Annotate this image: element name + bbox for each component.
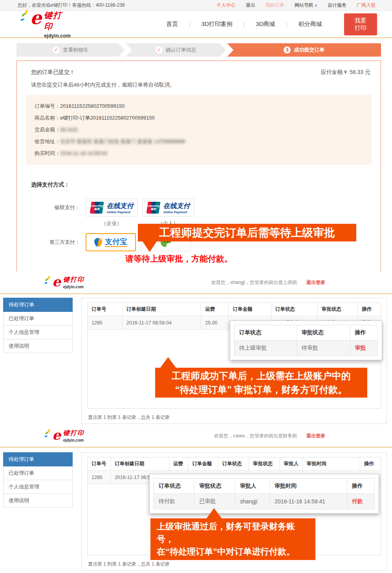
order-no-value: 20161115225802700599150: [60, 100, 125, 112]
topbar-link-site-nav[interactable]: 网站导航∨: [295, 2, 317, 9]
annotation-banner-2: 工程师成功下单后，上级需在上级账户中的 “待处理订单” 审批订单，财务方可付款。: [155, 368, 367, 398]
approve-link[interactable]: 审批: [355, 345, 366, 351]
section-finance-backend: e 键打印 ejdyin.com 欢迎您，caiwu，您登录的岗位是财务岗 退出…: [0, 425, 392, 573]
alipay-label: 支付宝: [105, 238, 127, 247]
topbar-link-design-service[interactable]: 设计服务: [328, 2, 346, 9]
logo[interactable]: e 键打印 ejdyin.com: [45, 429, 84, 442]
product-name-row: 商品名称：e键打印-订单20161115225802700599150: [35, 112, 363, 124]
topbar: 您好，欢迎光临e键打印！客服热线：400-1188-239 个人中心 退出 我的…: [0, 0, 392, 11]
nav-points-mall[interactable]: 积分商城: [288, 20, 333, 28]
annotation-arrow-up-icon: [206, 508, 222, 519]
magnified-table: 订单状态审批状态 审批人审批时间 操作 待付款已审批 shangji2016-1…: [154, 478, 375, 509]
nav-home[interactable]: 首页: [155, 20, 189, 28]
logo-e-icon: e: [30, 10, 42, 26]
unionpay-corporate-caption: （企业）: [101, 220, 122, 227]
table-row: 待付款已审批 shangji2016-11-16 14:59:41 付款: [154, 494, 375, 509]
shipping-address-row: 收货地址：北京市 某某区 某某门街道 某某门 某某某 13758888888: [35, 136, 363, 147]
logout-link[interactable]: 退出登录: [306, 433, 325, 439]
topbar-link-personal-center[interactable]: 个人中心: [217, 2, 236, 9]
logout-link[interactable]: 退出登录: [306, 279, 325, 286]
topbar-link-my-orders[interactable]: 我的订单: [266, 2, 284, 9]
trade-amount-row: 交易金额：58.33元: [35, 124, 363, 136]
sidebar-item-pending-orders[interactable]: 待处理订单: [3, 298, 73, 312]
annotation-arrow-up-icon: [160, 357, 176, 368]
amount-due: 应付金额￥ 58.33 元: [321, 69, 370, 76]
brand-domain: ejdyin.com: [63, 285, 84, 289]
sidebar-item-profile[interactable]: 个人信息管理: [3, 480, 73, 494]
nav-3d-print-cases[interactable]: 3D打印案例: [191, 20, 244, 28]
logo-e-icon: e: [52, 429, 61, 441]
sidebar-item-help[interactable]: 使用说明: [3, 339, 73, 353]
step-confirm-order: ✓ 确认订单信息: [126, 43, 226, 57]
table-header-row: 订单状态审批状态 审批人审批时间 操作: [154, 479, 375, 494]
table-header-row: 订单号订单创建日期 运费订单金额 订单状态审批状态 审批人审批时间 操作: [88, 457, 381, 471]
unionpay-personal-button[interactable]: UnionPay银联 在线支付 Online Payment: [142, 199, 194, 217]
logo-e-icon: e: [52, 276, 61, 287]
main-nav: 首页 | 3D打印案例 | 3D商城 | 积分商城: [155, 20, 333, 28]
sidebar-item-pending-orders[interactable]: 待处理订单: [3, 452, 73, 466]
third-party-label: 第三方支付：: [17, 233, 86, 251]
purchase-time-value-blurred: 2016-11-16 14:59:04: [60, 147, 107, 159]
order-result-box: 您的订单已提交！ 应付金额￥ 58.33 元 请您在提交订单后48小时内完成支付…: [16, 61, 381, 271]
checkout-stepper: ✓ 查看购物车 ✓ 确认订单信息 3 成功提交订单: [16, 43, 381, 57]
payment-deadline-note: 请您在提交订单后48小时内完成支付，逾期订单将自动取消。: [17, 76, 381, 88]
topbar-link-logout[interactable]: 退出: [246, 2, 255, 9]
table-header-row: 订单号订单创建日期 运费订单金额 订单状态审批状态 操作: [88, 303, 381, 316]
order-info-box: 订单编号：20161115225802700599150 商品名称：e键打印-订…: [26, 95, 372, 165]
brand-domain: ejdyin.com: [63, 438, 84, 442]
order-submitted-message: 您的订单已提交！: [31, 69, 75, 76]
brand-name: 键打印: [63, 276, 84, 284]
pagination-text: 显示第 1 到第 1 条记录，总共 1 条记录: [87, 561, 381, 567]
topbar-link-vendor-join[interactable]: 厂商入驻: [357, 2, 376, 9]
logo[interactable]: e 键打印 ejdyin.com: [22, 10, 71, 39]
magnified-callout: 订单状态审批状态 审批人审批时间 操作 待付款已审批 shangji2016-1…: [149, 474, 379, 514]
page: 您好，欢迎光临e键打印！客服热线：400-1188-239 个人中心 退出 我的…: [0, 0, 392, 573]
magnified-callout: 订单状态审批状态操作 待上级审批待审批 审批: [230, 321, 382, 360]
unionpay-logo-icon: UnionPay银联: [147, 202, 161, 214]
alipay-logo-icon: [94, 238, 102, 247]
pay-link[interactable]: 付款: [352, 498, 363, 504]
payment-method-title: 选择支付方式：: [31, 181, 381, 188]
nav-3d-mall[interactable]: 3D商城: [245, 20, 286, 28]
backend-header: e 键打印 ejdyin.com 欢迎您，shangji，您登录的岗位是上级岗 …: [0, 271, 392, 294]
backend-header: e 键打印 ejdyin.com 欢迎您，caiwu，您登录的岗位是财务岗 退出…: [0, 425, 392, 448]
brand-name: 键打印: [44, 10, 71, 32]
trade-amount-value-blurred: 58.33元: [60, 124, 78, 136]
logo[interactable]: e 键打印 ejdyin.com: [45, 276, 84, 289]
unionpay-label: 银联支付：: [17, 199, 86, 217]
print-now-button[interactable]: 我要打印: [344, 13, 377, 35]
sidebar: 待处理订单 已处理订单 个人信息管理 使用说明: [3, 298, 73, 353]
product-name-value: e键打印-订单20161115225802700599150: [60, 112, 155, 124]
sidebar-item-processed-orders[interactable]: 已处理订单: [3, 312, 73, 326]
section-supervisor-backend: e 键打印 ejdyin.com 欢迎您，shangji，您登录的岗位是上级岗 …: [0, 271, 392, 425]
annotation-arrow-down-icon: [143, 241, 157, 252]
annotation-note-red: 请等待上级审批，方能付款。: [125, 253, 233, 264]
orders-panel: 订单号订单创建日期 运费订单金额 订单状态审批状态 操作 12652016-11…: [81, 298, 387, 424]
logo-spark-icon: [22, 10, 28, 26]
brand-domain: ejdyin.com: [44, 33, 71, 39]
shipping-address-value-blurred: 北京市 某某区 某某门街道 某某门 某某某 13758888888: [60, 136, 185, 147]
purchase-time-row: 购买时间：2016-11-16 14:59:04: [35, 147, 363, 159]
welcome-text: 欢迎您，caiwu，您登录的岗位是财务岗: [214, 433, 297, 439]
unionpay-corporate-button[interactable]: UnionPay银联 在线支付 Online Payment: [86, 199, 137, 217]
sidebar-item-profile[interactable]: 个人信息管理: [3, 326, 73, 339]
step-order-submitted: 3 成功提交订单: [227, 43, 381, 57]
annotation-banner-1: 工程师提交完订单后需等待上级审批: [138, 224, 356, 241]
brand-name: 键打印: [63, 429, 84, 437]
pagination-text: 显示第 1 到第 1 条记录，总共 1 条记录: [87, 414, 381, 421]
section-order-submitted: 您好，欢迎光临e键打印！客服热线：400-1188-239 个人中心 退出 我的…: [0, 0, 392, 271]
check-icon: ✓: [156, 46, 163, 53]
check-icon: ✓: [53, 46, 60, 53]
sidebar-item-help[interactable]: 使用说明: [3, 494, 73, 508]
main-header: e 键打印 ejdyin.com 首页 | 3D打印案例 | 3D商城 | 积分…: [0, 11, 392, 38]
welcome-text: 欢迎您，shangji，您登录的岗位是上级岗: [211, 279, 297, 286]
sidebar: 待处理订单 已处理订单 个人信息管理 使用说明: [3, 452, 73, 508]
logo-spark-icon: [45, 429, 50, 441]
sidebar-item-processed-orders[interactable]: 已处理订单: [3, 466, 73, 480]
annotation-banner-3: 上级审批通过后，财务可登录财务账号， 在“待处理订单”中对订单进行付款。: [150, 518, 315, 560]
logo-spark-icon: [45, 276, 50, 287]
step-number-badge: 3: [284, 46, 291, 53]
order-no-row: 订单编号：20161115225802700599150: [35, 100, 363, 112]
unionpay-row: 银联支付： UnionPay银联 在线支付 Online Payment （企业…: [17, 199, 381, 227]
alipay-button[interactable]: 支付宝: [86, 233, 136, 251]
